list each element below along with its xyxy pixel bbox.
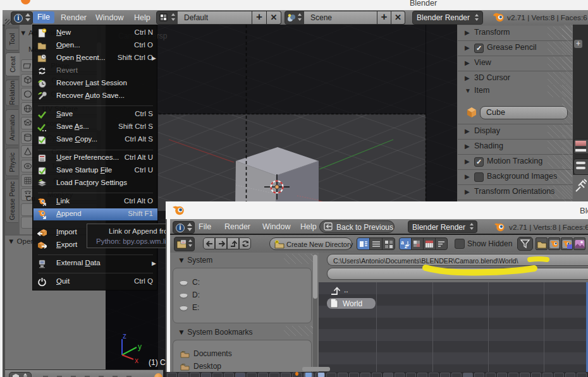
svg-text:y: y xyxy=(138,342,142,351)
svg-text:z: z xyxy=(123,332,126,340)
svg-text:a: a xyxy=(401,239,404,246)
svg-text:x: x xyxy=(135,356,138,365)
svg-text:z: z xyxy=(405,243,407,249)
